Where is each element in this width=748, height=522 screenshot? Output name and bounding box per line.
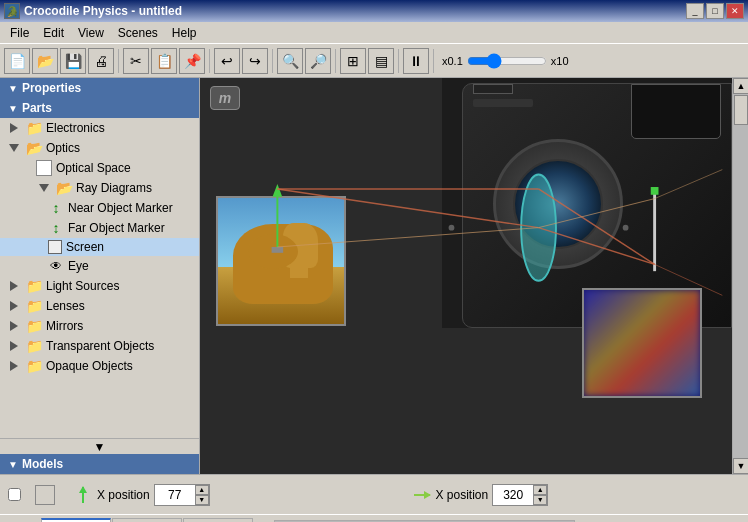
parts-arrow: ▼ <box>8 103 18 114</box>
app-title: Crocodile Physics - untitled <box>24 4 182 18</box>
scroll-up-button[interactable]: ▲ <box>733 78 748 94</box>
save-button[interactable]: 💾 <box>60 48 86 74</box>
left-pos-spin-down[interactable]: ▼ <box>195 495 209 505</box>
color-picker[interactable] <box>35 485 55 505</box>
canvas-logo: m <box>210 86 240 110</box>
sidebar-item-screen[interactable]: Screen <box>0 238 199 256</box>
item-icon <box>36 160 52 176</box>
expand-icon <box>6 358 22 374</box>
sidebar-item-label: Optical Space <box>56 161 131 175</box>
sidebar-item-electronics[interactable]: 📁 Electronics <box>0 118 199 138</box>
sidebar-item-mirrors[interactable]: 📁 Mirrors <box>0 316 199 336</box>
models-header[interactable]: ▼ Models <box>0 454 199 474</box>
right-pos-spin-up[interactable]: ▲ <box>533 485 547 495</box>
app-icon: 🐊 <box>4 3 20 19</box>
left-pos-label: X position <box>97 488 150 502</box>
expand-icon <box>6 140 22 156</box>
menu-scenes[interactable]: Scenes <box>112 24 164 42</box>
pause-button[interactable]: ⏸ <box>403 48 429 74</box>
camera-detail1 <box>473 99 533 107</box>
menu-help[interactable]: Help <box>166 24 203 42</box>
camel-hump <box>248 234 298 269</box>
speed-slider[interactable] <box>467 53 547 69</box>
visible-checkbox[interactable] <box>8 488 21 501</box>
grid-button[interactable]: ⊞ <box>340 48 366 74</box>
titlebar-controls[interactable]: _ □ ✕ <box>686 3 744 19</box>
left-pos-spin-up[interactable]: ▲ <box>195 485 209 495</box>
sidebar-item-eye[interactable]: 👁 Eye <box>0 256 199 276</box>
toolbar-sep2 <box>209 49 210 73</box>
menubar: File Edit View Scenes Help <box>0 22 748 44</box>
models-arrow: ▼ <box>8 459 18 470</box>
right-pos-label: X position <box>436 488 489 502</box>
right-position-group: X position ▲ ▼ <box>412 484 549 506</box>
print-button[interactable]: 🖨 <box>88 48 114 74</box>
zoom-out-button[interactable]: 🔎 <box>305 48 331 74</box>
sidebar-scroll-down[interactable]: ▼ <box>0 438 199 454</box>
toolbar-sep3 <box>272 49 273 73</box>
redo-button[interactable]: ↪ <box>242 48 268 74</box>
sidebar-item-label: Mirrors <box>46 319 83 333</box>
folder-icon: 📁 <box>26 278 42 294</box>
folder-icon: 📁 <box>26 298 42 314</box>
properties-header[interactable]: ▼ Properties <box>0 78 199 98</box>
sidebar-item-label: Lenses <box>46 299 85 313</box>
bottom-controls: X position ▲ ▼ X position ▲ ▼ <box>0 474 748 514</box>
parts-header[interactable]: ▼ Parts <box>0 98 199 118</box>
menu-edit[interactable]: Edit <box>37 24 70 42</box>
paste-button[interactable]: 📌 <box>179 48 205 74</box>
speed-min-label: x0.1 <box>442 55 463 67</box>
canvas-wrapper: m <box>200 78 748 474</box>
sidebar-item-label: Light Sources <box>46 279 119 293</box>
menu-file[interactable]: File <box>4 24 35 42</box>
sidebar-item-light-sources[interactable]: 📁 Light Sources <box>0 276 199 296</box>
open-button[interactable]: 📂 <box>32 48 58 74</box>
align-button[interactable]: ▤ <box>368 48 394 74</box>
toolbar-sep1 <box>118 49 119 73</box>
sidebar-item-opaque-objects[interactable]: 📁 Opaque Objects <box>0 356 199 376</box>
tab-scene1[interactable]: Scene 1 <box>41 518 111 522</box>
expand-icon <box>6 298 22 314</box>
projected-blur <box>584 290 700 396</box>
sidebar-item-label: Near Object Marker <box>68 201 173 215</box>
canvas-scrollbar-right: ▲ ▼ <box>732 78 748 474</box>
copy-button[interactable]: 📋 <box>151 48 177 74</box>
scroll-down-button[interactable]: ▼ <box>733 458 748 474</box>
tab-scene3[interactable]: Scene 3 <box>183 518 253 522</box>
undo-button[interactable]: ↩ <box>214 48 240 74</box>
left-pos-input[interactable] <box>155 485 195 505</box>
properties-arrow: ▼ <box>8 83 18 94</box>
maximize-button[interactable]: □ <box>706 3 724 19</box>
menu-view[interactable]: View <box>72 24 110 42</box>
zoom-in-button[interactable]: 🔍 <box>277 48 303 74</box>
minimize-button[interactable]: _ <box>686 3 704 19</box>
cut-button[interactable]: ✂ <box>123 48 149 74</box>
sidebar-item-label: Eye <box>68 259 89 273</box>
right-pos-spin-down[interactable]: ▼ <box>533 495 547 505</box>
sidebar-item-label: Ray Diagrams <box>76 181 152 195</box>
sidebar-item-far-object-marker[interactable]: ↕ Far Object Marker <box>0 218 199 238</box>
sidebar-item-label: Electronics <box>46 121 105 135</box>
titlebar-left: 🐊 Crocodile Physics - untitled <box>4 3 182 19</box>
titlebar: 🐊 Crocodile Physics - untitled _ □ ✕ <box>0 0 748 22</box>
sidebar-item-lenses[interactable]: 📁 Lenses <box>0 296 199 316</box>
tab-scene2[interactable]: Scene 2 <box>112 518 182 522</box>
sidebar-item-transparent-objects[interactable]: 📁 Transparent Objects <box>0 336 199 356</box>
sidebar-item-label: Far Object Marker <box>68 221 165 235</box>
sidebar-item-optical-space[interactable]: Optical Space <box>16 158 199 178</box>
scroll-thumb[interactable] <box>734 95 748 125</box>
close-button[interactable]: ✕ <box>726 3 744 19</box>
scroll-track[interactable] <box>733 94 748 458</box>
canvas-area[interactable]: m <box>200 78 732 474</box>
left-position-group: X position ▲ ▼ <box>73 484 210 506</box>
new-button[interactable]: 📄 <box>4 48 30 74</box>
sidebar-item-ray-diagrams[interactable]: 📂 Ray Diagrams <box>16 178 199 198</box>
sidebar-item-near-object-marker[interactable]: ↕ Near Object Marker <box>0 198 199 218</box>
sidebar: ▼ Properties ▼ Parts 📁 Electronics 📂 Opt… <box>0 78 200 474</box>
toolbar: 📄 📂 💾 🖨 ✂ 📋 📌 ↩ ↪ 🔍 🔎 ⊞ ▤ ⏸ x0.1 x10 <box>0 44 748 78</box>
right-pos-input[interactable] <box>493 485 533 505</box>
folder-icon: 📁 <box>26 318 42 334</box>
eye-icon: 👁 <box>48 258 64 274</box>
sidebar-item-optics[interactable]: 📂 Optics <box>0 138 199 158</box>
main-layout: ▼ Properties ▼ Parts 📁 Electronics 📂 Opt… <box>0 78 748 474</box>
